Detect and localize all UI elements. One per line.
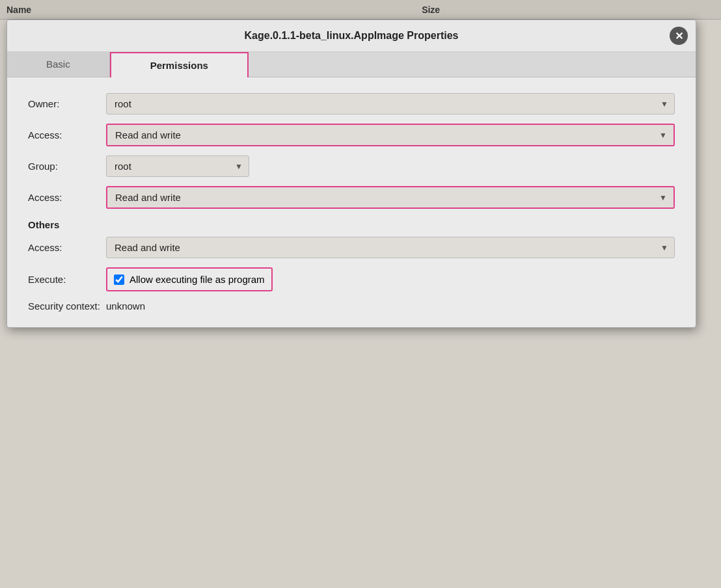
others-section-label: Others — [28, 219, 675, 230]
owner-access-row: Access: Read and write Read only Write o… — [28, 124, 675, 146]
security-value: unknown — [106, 301, 145, 312]
owner-select[interactable]: root user nobody — [106, 93, 675, 114]
others-access-select[interactable]: Read and write Read only Write only Forb… — [106, 237, 675, 258]
dialog-title: Kage.0.1.1-beta_linux.AppImage Propertie… — [33, 30, 670, 42]
group-row: Group: root users nobody ▼ — [28, 155, 675, 177]
group-access-label: Access: — [28, 192, 106, 203]
col-name-header: Name — [7, 5, 31, 15]
group-select[interactable]: root users nobody — [106, 155, 249, 177]
execute-checkbox[interactable] — [114, 274, 124, 285]
owner-row: Owner: root user nobody ▼ — [28, 93, 675, 114]
tab-permissions[interactable]: Permissions — [110, 52, 249, 77]
dialog-titlebar: Kage.0.1.1-beta_linux.AppImage Propertie… — [7, 20, 696, 52]
owner-access-select-wrapper: Read and write Read only Write only Forb… — [106, 124, 675, 146]
execute-label: Execute: — [28, 274, 106, 285]
execute-checkbox-wrapper: Allow executing file as program — [106, 267, 273, 291]
group-access-select[interactable]: Read and write Read only Write only Forb… — [107, 187, 673, 207]
close-button[interactable]: ✕ — [670, 27, 688, 45]
others-access-row: Access: Read and write Read only Write o… — [28, 237, 675, 258]
properties-dialog: Kage.0.1.1-beta_linux.AppImage Propertie… — [7, 20, 696, 328]
others-access-label: Access: — [28, 242, 106, 253]
tabs-bar: Basic Permissions — [7, 52, 696, 77]
security-label: Security context: — [28, 301, 106, 312]
col-size-header: Size — [422, 5, 440, 15]
owner-access-label: Access: — [28, 129, 106, 140]
group-select-wrapper: root users nobody ▼ — [106, 155, 249, 177]
owner-label: Owner: — [28, 98, 106, 109]
others-access-select-wrapper: Read and write Read only Write only Forb… — [106, 237, 675, 258]
permissions-content: Owner: root user nobody ▼ Access: Read a… — [7, 77, 696, 327]
owner-select-wrapper: root user nobody ▼ — [106, 93, 675, 114]
owner-access-select[interactable]: Read and write Read only Write only Forb… — [107, 125, 673, 145]
group-access-row: Access: Read and write Read only Write o… — [28, 186, 675, 209]
execute-row: Execute: Allow executing file as program — [28, 267, 675, 291]
file-list-header: Name Size Modi... — [0, 0, 721, 20]
group-access-select-wrapper: Read and write Read only Write only Forb… — [106, 186, 675, 209]
tab-basic[interactable]: Basic — [7, 52, 110, 77]
security-row: Security context: unknown — [28, 301, 675, 312]
group-label: Group: — [28, 161, 106, 172]
execute-checkbox-label: Allow executing file as program — [129, 274, 265, 285]
